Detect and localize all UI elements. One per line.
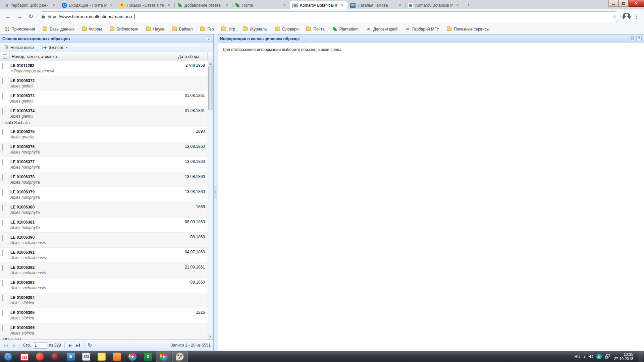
specimen-row[interactable]: LE 01006392Abies sachalinensis21.09.1861 bbox=[0, 263, 208, 278]
calendar-icon[interactable]: 321 bbox=[17, 351, 32, 362]
tab-close-icon[interactable]: × bbox=[109, 3, 114, 8]
bookmark-item[interactable]: ИЗДепозитарий bbox=[366, 26, 397, 32]
specimen-row[interactable]: LE 01011262× Dupontopoa dezhnevii2 VIII … bbox=[0, 61, 208, 76]
media-app-icon[interactable] bbox=[109, 351, 125, 362]
specimen-row[interactable]: LE 01006390Abies sachalinensis08.1860 bbox=[0, 233, 208, 248]
row-checkbox[interactable] bbox=[2, 280, 3, 286]
window-minimize-button[interactable] bbox=[608, 0, 619, 7]
browser-tab[interactable]: МПисьмо «Ответ в теме: 'Ци× bbox=[117, 1, 174, 9]
row-checkbox[interactable] bbox=[2, 63, 3, 69]
tab-close-icon[interactable]: × bbox=[51, 3, 56, 8]
network-icon[interactable] bbox=[605, 354, 610, 359]
row-checkbox[interactable] bbox=[2, 108, 3, 115]
pager-prev-button[interactable]: ◀ bbox=[11, 342, 15, 349]
row-checkbox[interactable] bbox=[2, 250, 3, 256]
page-number-input[interactable] bbox=[33, 342, 47, 349]
window-restore-button[interactable] bbox=[619, 0, 629, 7]
specimen-row[interactable]: LE 01006375Abies gracilis1890 bbox=[0, 127, 208, 142]
specimen-row[interactable]: LE 01006378Abies holophylla13.08.1860 bbox=[0, 172, 208, 187]
url-text[interactable]: https://www.binran.ru/collections/main.a… bbox=[48, 14, 132, 19]
reload-button[interactable]: ↻ bbox=[26, 12, 36, 21]
browser-tab[interactable]: VKНаталья Гамова× bbox=[347, 1, 405, 9]
row-checkbox[interactable] bbox=[2, 189, 3, 196]
scroll-up-icon[interactable]: ▲ bbox=[208, 61, 214, 67]
specimen-row[interactable]: LE 01006393Abies sachalinensis08.1860 bbox=[0, 278, 208, 293]
specimen-row[interactable]: LE 01006373Abies glehnii01.08.1861 bbox=[0, 91, 208, 106]
specimen-row[interactable]: LE 01006376Abies holophylla13.08.1860 bbox=[0, 142, 208, 157]
clock[interactable]: 10:25 27.10.2018 bbox=[614, 352, 635, 361]
specimen-row[interactable]: LE 01006380Abies holophylla1860 bbox=[0, 202, 208, 218]
specimen-row[interactable]: LE 01006379Abies holophylla13.08.1860 bbox=[0, 187, 208, 202]
column-header-date[interactable]: Дата сбора bbox=[170, 52, 208, 61]
calculator-icon[interactable]: 123 bbox=[78, 351, 94, 362]
help-icon[interactable]: ? bbox=[636, 36, 642, 41]
row-checkbox[interactable] bbox=[2, 325, 3, 331]
bookmark-item[interactable]: Наука bbox=[146, 26, 164, 32]
row-checkbox[interactable] bbox=[2, 265, 3, 271]
window-close-button[interactable]: × bbox=[629, 0, 644, 7]
bookmark-item[interactable]: Почта bbox=[306, 26, 324, 32]
sticky-notes-icon[interactable] bbox=[94, 351, 109, 362]
bookmark-item[interactable]: Байкал bbox=[172, 26, 193, 32]
row-checkbox[interactable] bbox=[2, 129, 3, 135]
blue-app-icon[interactable]: Б bbox=[63, 351, 78, 362]
specimen-row[interactable]: LE 01006396Abies sibiricaAltai [veg.] bbox=[0, 323, 208, 340]
bookmark-item[interactable]: Словари bbox=[275, 26, 299, 32]
bookmark-item[interactable]: Полезные сервисы bbox=[446, 26, 489, 32]
start-button[interactable] bbox=[0, 351, 17, 362]
browser-tab[interactable]: @Входящие - Почта Mail.Ru× bbox=[59, 1, 117, 9]
bookmark-item[interactable]: Приложения bbox=[4, 26, 35, 32]
specimen-row[interactable]: LE 01006394Abies sibirica bbox=[0, 293, 208, 308]
chrome-icon[interactable] bbox=[156, 352, 171, 362]
scrollbar[interactable]: ▲ ▼ bbox=[208, 61, 213, 340]
new-search-button[interactable]: Новый поиск bbox=[2, 44, 36, 51]
new-tab-button[interactable]: + bbox=[464, 1, 473, 9]
language-indicator[interactable]: RU bbox=[575, 354, 580, 359]
row-checkbox[interactable] bbox=[2, 295, 3, 301]
tab-close-icon[interactable]: × bbox=[339, 3, 345, 8]
row-checkbox[interactable] bbox=[2, 78, 3, 84]
row-checkbox[interactable] bbox=[2, 235, 3, 241]
forward-button[interactable]: → bbox=[15, 12, 24, 21]
row-checkbox[interactable] bbox=[2, 144, 3, 150]
column-header-main[interactable]: Номер, таксон, этикетка bbox=[10, 52, 170, 61]
row-checkbox[interactable] bbox=[2, 220, 3, 226]
back-button[interactable]: ← bbox=[3, 12, 13, 21]
excel-icon[interactable]: X bbox=[140, 351, 156, 362]
bookmark-item[interactable]: Флоры bbox=[82, 26, 102, 32]
specimen-row[interactable]: LE 01006381Abies holophylla08.09.1860 bbox=[0, 218, 208, 233]
bookmark-item[interactable]: Журналы bbox=[243, 26, 267, 32]
collapse-panel-button[interactable]: « bbox=[206, 36, 211, 41]
row-checkbox[interactable] bbox=[2, 310, 3, 316]
export-button[interactable]: Экспорт ▾ bbox=[41, 44, 69, 51]
bookmark-item[interactable]: ИЗГербарий МГУ bbox=[405, 26, 439, 32]
tray-expand-icon[interactable]: ▴ bbox=[584, 355, 585, 358]
bookmark-item[interactable]: Plantarium bbox=[332, 26, 359, 32]
show-desktop-button[interactable] bbox=[639, 351, 643, 362]
tab-close-icon[interactable]: × bbox=[282, 3, 287, 8]
row-checkbox[interactable] bbox=[2, 159, 3, 166]
print-icon[interactable] bbox=[630, 36, 635, 41]
bookmark-item[interactable]: Библиотеки bbox=[109, 26, 139, 32]
pager-last-button[interactable]: ▶ bbox=[75, 342, 80, 349]
pager-first-button[interactable]: ◀ bbox=[3, 342, 9, 349]
bookmark-item[interactable]: Игр bbox=[221, 26, 235, 32]
antivirus-icon[interactable]: e bbox=[596, 354, 602, 359]
splitter-collapse-icon[interactable]: ‹ bbox=[214, 186, 217, 198]
address-bar[interactable]: https://www.binran.ru/collections/main.a… bbox=[38, 11, 621, 22]
scroll-down-icon[interactable]: ▼ bbox=[208, 334, 214, 340]
tab-close-icon[interactable]: × bbox=[224, 3, 229, 8]
specimen-row[interactable]: LE 01006391Abies sachalinensis04.07.1860 bbox=[0, 248, 208, 263]
tab-close-icon[interactable]: × bbox=[166, 3, 172, 8]
row-checkbox[interactable] bbox=[2, 93, 3, 100]
specimen-row[interactable]: LE 01006372Abies glehnii bbox=[0, 76, 208, 91]
row-checkbox[interactable] bbox=[2, 174, 3, 181]
specimen-row[interactable]: LE 01006395Abies sibirica1826 bbox=[0, 308, 208, 323]
speaker-icon[interactable] bbox=[588, 354, 593, 359]
pager-next-button[interactable]: ▶ bbox=[68, 342, 73, 349]
bookmark-item[interactable]: Базы данных bbox=[42, 26, 74, 32]
opera-icon[interactable] bbox=[32, 351, 48, 362]
panel-splitter[interactable]: ‹ bbox=[214, 34, 218, 351]
profile-avatar[interactable] bbox=[623, 13, 631, 21]
row-checkbox[interactable] bbox=[2, 204, 3, 211]
